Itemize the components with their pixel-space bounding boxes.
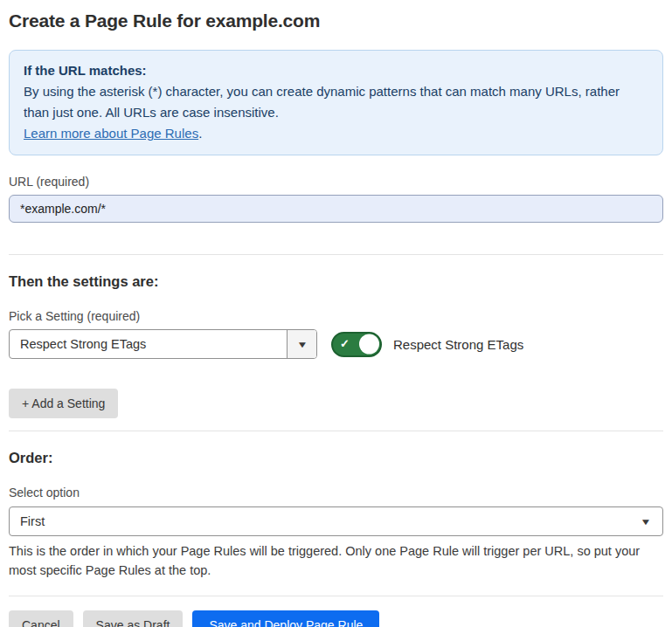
chevron-down-icon: ▼ bbox=[296, 340, 308, 349]
setting-select-value: Respect Strong ETags bbox=[10, 330, 287, 358]
info-box-heading: If the URL matches: bbox=[24, 60, 648, 81]
page-rule-form: Create a Page Rule for example.com If th… bbox=[0, 0, 672, 627]
url-match-info-box: If the URL matches: By using the asteris… bbox=[9, 50, 663, 155]
order-select[interactable]: First ▼ bbox=[9, 506, 663, 536]
save-deploy-button[interactable]: Save and Deploy Page Rule bbox=[192, 610, 379, 627]
save-draft-button[interactable]: Save as Draft bbox=[83, 610, 184, 627]
toggle-knob bbox=[359, 334, 379, 355]
pick-setting-label: Pick a Setting (required) bbox=[9, 309, 663, 323]
order-help-text: This is the order in which your Page Rul… bbox=[9, 541, 663, 580]
setting-select[interactable]: Respect Strong ETags ▼ bbox=[9, 329, 317, 359]
info-box-body: By using the asterisk (*) character, you… bbox=[24, 81, 648, 123]
settings-section-heading: Then the settings are: bbox=[9, 273, 663, 290]
footer-divider bbox=[9, 596, 663, 596]
url-input[interactable] bbox=[9, 195, 663, 223]
order-select-value: First bbox=[10, 507, 641, 535]
chevron-down-icon: ▼ bbox=[640, 517, 651, 527]
order-select-arrow-box: ▼ bbox=[641, 507, 662, 535]
check-icon: ✓ bbox=[340, 337, 350, 350]
setting-toggle[interactable]: ✓ bbox=[331, 332, 382, 357]
info-box-link-line: Learn more about Page Rules. bbox=[24, 123, 648, 144]
page-title: Create a Page Rule for example.com bbox=[9, 10, 663, 31]
link-suffix: . bbox=[198, 126, 202, 141]
url-field-label: URL (required) bbox=[9, 175, 663, 189]
setting-toggle-label: Respect Strong ETags bbox=[393, 337, 523, 352]
order-section-heading: Order: bbox=[9, 450, 663, 466]
add-setting-button[interactable]: + Add a Setting bbox=[9, 389, 118, 418]
section-divider bbox=[9, 254, 663, 255]
setting-row: Respect Strong ETags ▼ ✓ Respect Strong … bbox=[9, 329, 663, 359]
footer-actions: Cancel Save as Draft Save and Deploy Pag… bbox=[9, 610, 663, 627]
section-divider bbox=[9, 431, 663, 431]
setting-select-arrow-box[interactable]: ▼ bbox=[287, 330, 316, 358]
cancel-button[interactable]: Cancel bbox=[9, 610, 73, 627]
learn-more-link[interactable]: Learn more about Page Rules bbox=[24, 126, 198, 141]
order-select-label: Select option bbox=[9, 486, 663, 500]
